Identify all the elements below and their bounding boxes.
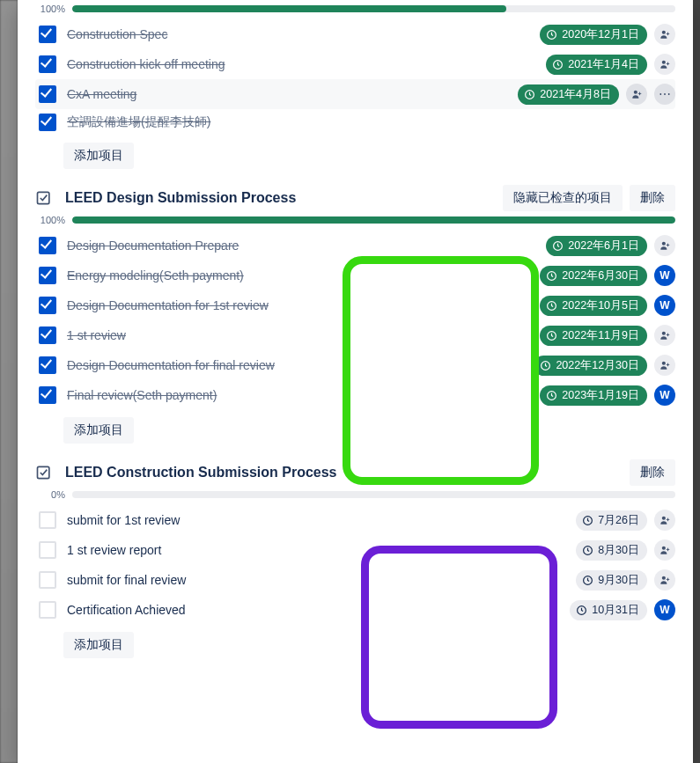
avatar[interactable]: W — [654, 385, 675, 406]
assign-member-icon[interactable] — [654, 510, 675, 531]
item-label[interactable]: Design Documentation for 1st review — [67, 298, 529, 312]
item-label[interactable]: 1 st review report — [67, 543, 565, 557]
item-checkbox[interactable] — [39, 297, 56, 314]
item-checkbox[interactable] — [39, 356, 56, 374]
due-date-pill[interactable]: 2020年12月1日 — [540, 25, 647, 45]
item-more-menu[interactable]: ⋯ — [654, 84, 675, 105]
item-label[interactable]: submit for final review — [67, 573, 565, 587]
checklist-item: Design Documentation Prepare2022年6月1日 — [35, 231, 675, 260]
progress-bar: 100% — [35, 4, 675, 14]
add-item-button[interactable]: 添加项目 — [63, 143, 134, 169]
due-date-pill[interactable]: 2021年1月4日 — [546, 55, 647, 75]
item-checkbox[interactable] — [39, 26, 56, 43]
checklist-title[interactable]: LEED Design Submission Process — [65, 190, 490, 206]
checklist-icon — [35, 464, 53, 481]
item-label[interactable]: Construction Spec — [67, 27, 529, 41]
checklist-section: 100%Construction Spec2020年12月1日Construct… — [18, 4, 693, 169]
due-date-pill[interactable]: 2021年4月8日 — [518, 84, 619, 105]
assign-member-icon[interactable] — [654, 569, 675, 591]
due-date-pill[interactable]: 8月30日 — [576, 540, 647, 561]
avatar[interactable]: W — [654, 599, 675, 620]
svg-point-12 — [662, 332, 666, 335]
checklist-section: LEED Construction Submission Process删除0%… — [18, 459, 693, 658]
due-date-pill[interactable]: 9月30日 — [576, 570, 647, 591]
due-date-text: 2020年12月1日 — [562, 27, 639, 42]
item-label[interactable]: submit for 1st review — [67, 513, 565, 527]
svg-point-18 — [662, 517, 666, 520]
due-date-text: 8月30日 — [598, 543, 639, 558]
item-checkbox[interactable] — [39, 601, 56, 619]
due-date-text: 2022年6月30日 — [562, 268, 639, 283]
item-checkbox[interactable] — [39, 114, 56, 131]
checklist-item: submit for 1st review7月26日 — [35, 505, 675, 535]
due-date-pill[interactable]: 2022年6月30日 — [540, 266, 647, 286]
hide-checked-button[interactable]: 隐藏已检查的项目 — [503, 185, 623, 211]
checklist-item: Design Documentation for final review202… — [35, 350, 675, 380]
item-checkbox[interactable] — [39, 326, 56, 344]
due-date-text: 2023年1月19日 — [562, 388, 639, 403]
item-label[interactable]: 空調設備進場(提醒李技師) — [67, 114, 665, 130]
item-checkbox[interactable] — [39, 85, 56, 103]
assign-member-icon[interactable] — [654, 539, 675, 561]
avatar[interactable]: W — [654, 265, 675, 286]
checklist-item: Final review(Seth payment)2023年1月19日W — [35, 380, 675, 410]
assign-member-icon[interactable] — [654, 235, 675, 256]
item-label[interactable]: Energy modeling(Seth payment) — [67, 268, 529, 282]
checklist-title[interactable]: LEED Construction Submission Process — [65, 465, 617, 481]
due-date-text: 2022年10月5日 — [562, 298, 639, 313]
avatar[interactable]: W — [654, 295, 675, 316]
progress-percent: 100% — [35, 215, 65, 225]
due-date-text: 2021年1月4日 — [568, 57, 639, 72]
svg-point-22 — [662, 576, 666, 580]
add-item-button[interactable]: 添加项目 — [63, 417, 134, 444]
checklist-item: submit for final review9月30日 — [35, 565, 675, 595]
item-label[interactable]: Design Documentation for final review — [67, 358, 523, 372]
assign-member-icon[interactable] — [654, 325, 675, 346]
due-date-pill[interactable]: 2022年10月5日 — [540, 296, 647, 316]
due-date-pill[interactable]: 10月31日 — [570, 600, 647, 620]
item-checkbox[interactable] — [39, 541, 56, 559]
checklist-item: CxA meeting2021年4月8日⋯ — [35, 79, 675, 109]
svg-point-8 — [662, 242, 666, 246]
assign-member-icon[interactable] — [626, 84, 647, 105]
checklist-item: 1 st review2022年11月9日 — [35, 320, 675, 350]
progress-bar: 100% — [35, 215, 675, 225]
assign-member-icon[interactable] — [654, 54, 675, 75]
assign-member-icon[interactable] — [654, 24, 675, 45]
checklist-item: 空調設備進場(提醒李技師) — [35, 109, 675, 136]
item-checkbox[interactable] — [39, 55, 56, 73]
due-date-text: 9月30日 — [598, 573, 639, 588]
item-checkbox[interactable] — [39, 267, 56, 284]
due-date-text: 2022年12月30日 — [556, 358, 639, 373]
delete-checklist-button[interactable]: 删除 — [630, 459, 675, 486]
due-date-text: 7月26日 — [598, 513, 639, 528]
add-item-button[interactable]: 添加项目 — [63, 632, 134, 658]
svg-rect-16 — [38, 466, 49, 478]
due-date-text: 2021年4月8日 — [540, 87, 611, 102]
due-date-text: 2022年11月9日 — [562, 328, 639, 343]
item-label[interactable]: CxA meeting — [67, 87, 507, 101]
item-label[interactable]: Certification Achieved — [67, 603, 559, 617]
item-checkbox[interactable] — [39, 571, 56, 589]
progress-percent: 100% — [35, 4, 65, 14]
item-label[interactable]: Construction kick off meeting — [67, 57, 535, 71]
checklist-item: Construction Spec2020年12月1日 — [35, 19, 675, 49]
delete-checklist-button[interactable]: 删除 — [630, 185, 675, 211]
item-checkbox[interactable] — [39, 237, 56, 254]
due-date-pill[interactable]: 7月26日 — [576, 510, 647, 531]
due-date-pill[interactable]: 2022年6月1日 — [546, 236, 647, 256]
item-label[interactable]: 1 st review — [67, 328, 529, 342]
due-date-text: 2022年6月1日 — [568, 238, 639, 253]
item-checkbox[interactable] — [39, 386, 56, 404]
assign-member-icon[interactable] — [654, 355, 675, 376]
svg-point-20 — [662, 547, 666, 550]
checklist-item: Construction kick off meeting2021年1月4日 — [35, 49, 675, 79]
item-checkbox[interactable] — [39, 511, 56, 529]
item-label[interactable]: Final review(Seth payment) — [67, 388, 529, 402]
due-date-pill[interactable]: 2022年11月9日 — [540, 326, 647, 346]
progress-percent: 0% — [35, 489, 65, 500]
due-date-pill[interactable]: 2023年1月19日 — [540, 385, 647, 406]
due-date-pill[interactable]: 2022年12月30日 — [534, 356, 647, 376]
item-label[interactable]: Design Documentation Prepare — [67, 238, 535, 253]
checklist-item: Energy modeling(Seth payment)2022年6月30日W — [35, 260, 675, 290]
